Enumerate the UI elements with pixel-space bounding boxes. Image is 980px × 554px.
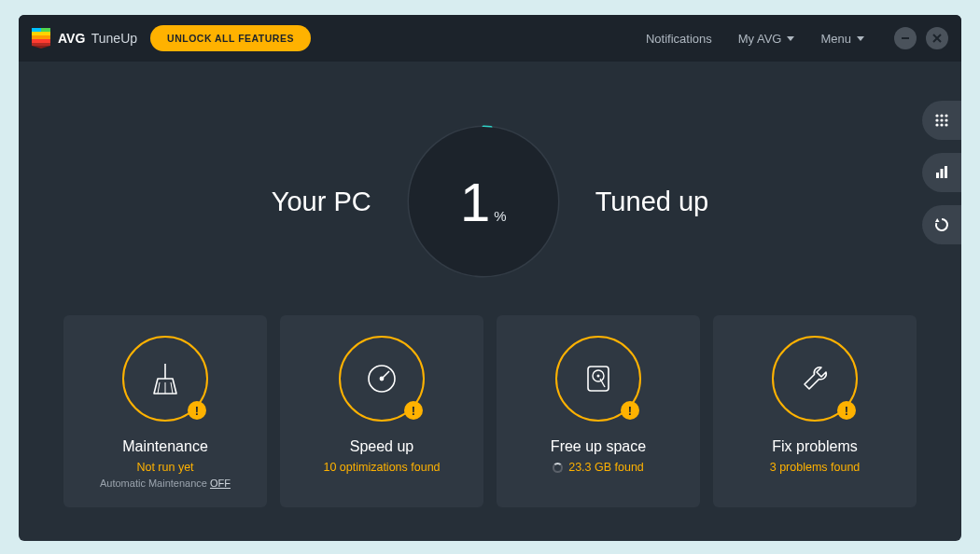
bar-chart-icon <box>934 165 949 180</box>
svg-rect-21 <box>945 166 947 178</box>
minimize-button[interactable] <box>894 27 917 49</box>
status-gauge: 1 % <box>409 127 558 276</box>
gauge-icon <box>361 358 402 399</box>
card-fix-subtitle: 3 problems found <box>770 461 861 474</box>
card-maintenance-title: Maintenance <box>122 438 208 455</box>
maintenance-note-prefix: Automatic Maintenance <box>100 478 210 489</box>
gauge-percent-value: 1 <box>460 171 490 233</box>
svg-rect-4 <box>32 39 50 43</box>
logo-group: AVG TuneUp <box>32 28 137 48</box>
avg-logo-icon <box>32 28 50 48</box>
maintenance-note-state[interactable]: OFF <box>210 478 231 489</box>
card-speed-title: Speed up <box>350 438 414 455</box>
app-window: AVG TuneUp UNLOCK ALL FEATURES Notificat… <box>19 15 961 541</box>
close-button[interactable] <box>926 27 948 49</box>
alert-badge-icon: ! <box>188 401 206 420</box>
svg-rect-3 <box>32 35 50 39</box>
svg-rect-0 <box>32 28 41 32</box>
cards-row: ! Maintenance Not run yet Automatic Main… <box>19 315 961 507</box>
nav-notifications[interactable]: Notifications <box>646 32 712 46</box>
grid-icon <box>934 113 949 128</box>
svg-marker-6 <box>32 46 50 48</box>
status-left-text: Your PC <box>272 187 371 217</box>
svg-rect-5 <box>32 43 50 46</box>
card-space-subtitle-text: 23.3 GB found <box>568 461 644 474</box>
nav-menu[interactable]: Menu <box>820 32 864 46</box>
window-controls <box>894 27 948 49</box>
gauge-value-group: 1 % <box>460 171 507 233</box>
brand-name: AVG TuneUp <box>58 30 137 47</box>
svg-rect-2 <box>32 32 50 35</box>
chevron-down-icon <box>787 36 794 41</box>
card-icon-wrap: ! <box>122 336 208 422</box>
svg-rect-19 <box>936 173 939 178</box>
svg-rect-7 <box>902 37 909 39</box>
spinner-icon <box>553 463 563 473</box>
rail-grid-button[interactable] <box>922 101 961 140</box>
status-right-text: Tuned up <box>595 187 708 217</box>
gauge-percent-symbol: % <box>494 208 506 224</box>
card-speed-up[interactable]: ! Speed up 10 optimizations found <box>280 315 483 507</box>
gauge-face: 1 % <box>409 127 558 276</box>
card-maintenance-subtitle: Not run yet <box>136 461 193 474</box>
card-maintenance-note: Automatic Maintenance OFF <box>100 478 231 489</box>
nav-my-avg-label: My AVG <box>738 32 782 46</box>
disk-icon <box>578 358 619 399</box>
unlock-all-features-button[interactable]: UNLOCK ALL FEATURES <box>150 25 311 51</box>
status-hero: Your PC 1 % Tuned up <box>19 127 961 276</box>
card-icon-wrap: ! <box>772 336 858 422</box>
svg-point-11 <box>940 114 943 117</box>
svg-point-15 <box>945 118 947 121</box>
svg-point-13 <box>935 118 938 121</box>
undo-icon <box>933 216 950 233</box>
card-space-subtitle: 23.3 GB found <box>553 461 644 474</box>
svg-point-10 <box>935 114 938 117</box>
side-rail <box>922 101 961 244</box>
brand-label: AVG <box>58 31 85 46</box>
svg-line-27 <box>171 382 173 394</box>
svg-marker-22 <box>935 218 940 222</box>
alert-badge-icon: ! <box>621 401 639 420</box>
rail-rescan-button[interactable] <box>922 205 961 244</box>
alert-badge-icon: ! <box>404 401 423 420</box>
svg-line-30 <box>382 371 389 379</box>
card-icon-wrap: ! <box>339 336 425 422</box>
svg-line-25 <box>158 382 160 394</box>
svg-point-12 <box>945 114 947 117</box>
card-speed-subtitle: 10 optimizations found <box>323 461 440 474</box>
top-nav: Notifications My AVG Menu <box>646 32 864 46</box>
broom-icon <box>145 358 186 399</box>
nav-notifications-label: Notifications <box>646 32 712 46</box>
svg-point-16 <box>935 123 938 126</box>
card-space-title: Free up space <box>551 438 646 455</box>
card-icon-wrap: ! <box>555 336 641 422</box>
svg-rect-20 <box>941 169 944 178</box>
svg-point-14 <box>940 118 943 121</box>
wrench-icon <box>794 358 835 399</box>
svg-point-33 <box>597 375 600 378</box>
nav-my-avg[interactable]: My AVG <box>738 32 795 46</box>
chevron-down-icon <box>857 36 864 41</box>
nav-menu-label: Menu <box>820 32 851 46</box>
card-fix-problems[interactable]: ! Fix problems 3 problems found <box>713 315 917 507</box>
card-fix-title: Fix problems <box>772 438 858 455</box>
card-maintenance[interactable]: ! Maintenance Not run yet Automatic Main… <box>63 315 267 507</box>
rail-stats-button[interactable] <box>922 153 961 192</box>
card-free-up-space[interactable]: ! Free up space 23.3 GB found <box>497 315 700 507</box>
product-label: TuneUp <box>91 31 137 46</box>
svg-rect-1 <box>41 28 50 32</box>
alert-badge-icon: ! <box>837 401 856 420</box>
svg-point-18 <box>945 123 947 126</box>
svg-point-17 <box>940 123 943 126</box>
title-bar: AVG TuneUp UNLOCK ALL FEATURES Notificat… <box>19 15 961 62</box>
